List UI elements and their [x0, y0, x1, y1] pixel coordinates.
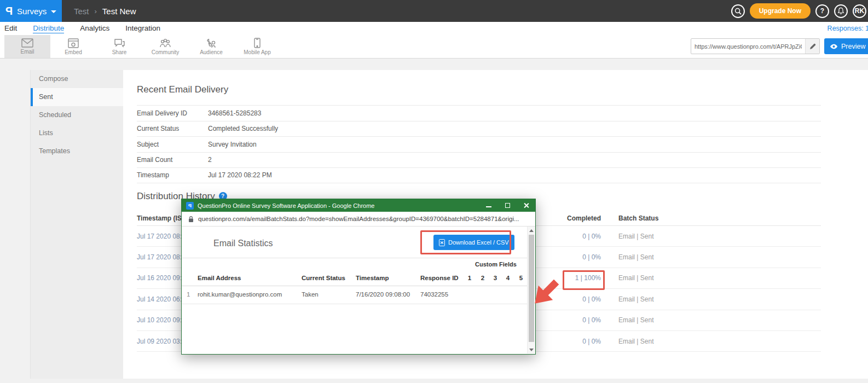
sidebar-item-scheduled[interactable]: Scheduled [31, 106, 123, 124]
triangle-up-icon [529, 229, 534, 232]
field-value: 3468561-5285283 [208, 109, 261, 117]
sidebar-item-templates[interactable]: Templates [31, 142, 123, 160]
table-row: Current Status Completed Successfully [137, 121, 821, 137]
breadcrumb: Test › Test New [74, 7, 136, 16]
tab-analytics[interactable]: Analytics [80, 24, 109, 33]
window-title: QuestionPro Online Survey Software Appli… [198, 202, 479, 209]
triangle-down-icon [529, 349, 534, 351]
sidebar-item-compose[interactable]: Compose [31, 70, 123, 88]
column-header-timestamp: Timestamp (IST) [137, 214, 188, 222]
download-excel-csv-button[interactable]: Download Excel / CSV [433, 235, 514, 250]
tab-edit[interactable]: Edit [4, 24, 17, 33]
channel-share[interactable]: Share [96, 35, 142, 58]
field-value: Survey Invitation [208, 141, 257, 148]
batch-status: Email | Sent [618, 253, 653, 261]
divider [182, 286, 527, 286]
table-row: 1 rohit.kumar@questionpro.com Taken 7/16… [182, 291, 527, 302]
scroll-down-button[interactable] [528, 346, 535, 353]
surveys-menu[interactable]: P Surveys [0, 0, 62, 22]
email-icon [21, 38, 33, 48]
scrollbar-thumb[interactable] [529, 235, 534, 342]
field-value: Jul 17 2020 08:22 PM [208, 171, 272, 179]
column-header-custom-2: 2 [478, 275, 487, 281]
column-header-batch-status: Batch Status [618, 214, 658, 222]
survey-nav: Edit Distribute Analytics Integration Re… [0, 22, 868, 35]
chevron-down-icon [51, 10, 56, 13]
maximize-button[interactable] [498, 199, 517, 212]
field-label: Current Status [137, 125, 208, 132]
preview-button[interactable]: Preview [824, 38, 868, 54]
popup-content: Email Statistics Download Excel / CSV Cu… [182, 227, 535, 353]
table-row: Email Count 2 [137, 152, 821, 168]
batch-status: Email | Sent [618, 338, 653, 345]
notifications-button[interactable] [834, 4, 848, 18]
recent-email-delivery-title: Recent Email Delivery [137, 84, 228, 95]
responses-count[interactable]: Responses: 14 [828, 25, 868, 32]
column-header-custom-3: 3 [491, 275, 500, 281]
pencil-icon [809, 43, 816, 50]
row-index: 1 [187, 291, 190, 298]
channel-community[interactable]: Community [142, 35, 188, 58]
distribute-toolbar: Email Embed Share Community Audience Mob… [0, 35, 868, 59]
response-timestamp: 7/16/2020 09:08:00 [356, 291, 410, 298]
popup-scrollbar[interactable] [527, 227, 535, 353]
breadcrumb-separator: › [95, 7, 97, 15]
current-status: Taken [302, 291, 319, 298]
channel-mobile-app[interactable]: Mobile App [234, 35, 280, 58]
community-icon [159, 38, 171, 48]
maximize-icon [505, 203, 510, 208]
batch-status: Email | Sent [618, 295, 653, 303]
audience-icon [205, 38, 217, 48]
response-id: 74032255 [420, 291, 448, 298]
bell-icon [837, 7, 844, 15]
column-header-status: Current Status [302, 275, 345, 281]
table-row: Email Delivery ID 3468561-5285283 [137, 105, 821, 121]
tab-integration[interactable]: Integration [125, 24, 160, 33]
scroll-up-button[interactable] [528, 227, 535, 234]
lock-icon [188, 216, 194, 223]
email-address: rohit.kumar@questionpro.com [198, 291, 282, 298]
top-bar: P Surveys Test › Test New Upgrade Now ? … [0, 0, 868, 22]
column-header-custom-4: 4 [504, 275, 512, 281]
eye-icon [830, 44, 838, 49]
minimize-button[interactable] [479, 199, 498, 212]
window-title-bar[interactable]: P QuestionPro Online Survey Software App… [182, 199, 535, 212]
avatar[interactable]: RK [853, 4, 866, 18]
search-icon [734, 8, 742, 15]
batch-status: Email | Sent [618, 316, 653, 324]
batch-status: Email | Sent [618, 233, 653, 240]
stats-header-row: Email Address Current Status Timestamp R… [182, 275, 527, 286]
sidebar-item-lists[interactable]: Lists [31, 124, 123, 142]
survey-link-box [691, 38, 820, 54]
email-statistics-heading: Email Statistics [213, 239, 273, 248]
excel-file-icon [439, 239, 445, 246]
address-bar[interactable]: questionpro.com/a/emailBatchStats.do?mod… [182, 212, 535, 227]
breadcrumb-current: Test New [102, 7, 136, 16]
upgrade-now-button[interactable]: Upgrade Now [750, 3, 811, 19]
column-header-custom-1: 1 [465, 275, 474, 281]
field-value: Completed Successfully [208, 125, 278, 132]
share-icon [114, 38, 125, 48]
column-header-response-id: Response ID [420, 275, 459, 281]
column-header-timestamp: Timestamp [356, 275, 389, 281]
column-header-custom-5: 5 [517, 275, 525, 281]
help-button[interactable]: ? [815, 4, 829, 18]
close-button[interactable] [517, 199, 535, 212]
field-label: Subject [137, 141, 208, 148]
breadcrumb-parent[interactable]: Test [74, 7, 89, 16]
surveys-menu-label: Surveys [17, 7, 47, 16]
channel-email[interactable]: Email [4, 35, 50, 58]
recent-delivery-table: Email Delivery ID 3468561-5285283 Curren… [137, 105, 821, 183]
channel-embed[interactable]: Embed [50, 35, 96, 58]
edit-link-button[interactable] [805, 39, 819, 54]
tab-distribute[interactable]: Distribute [33, 24, 64, 33]
survey-link-input[interactable] [691, 43, 805, 50]
batch-status: Email | Sent [618, 274, 653, 282]
field-label: Timestamp [137, 171, 208, 179]
divider [182, 304, 527, 304]
search-button[interactable] [731, 4, 745, 18]
sidebar-item-sent[interactable]: Sent [31, 88, 123, 106]
divider [182, 258, 527, 258]
close-icon [523, 202, 529, 208]
channel-audience[interactable]: Audience [188, 35, 234, 58]
